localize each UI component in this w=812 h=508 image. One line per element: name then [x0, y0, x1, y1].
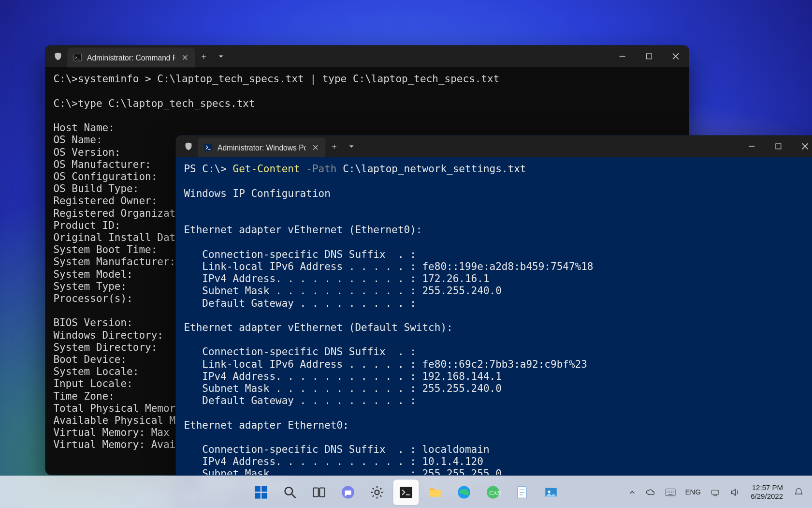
svg-rect-2: [646, 54, 652, 59]
svg-rect-10: [313, 488, 318, 496]
minimize-button[interactable]: [739, 135, 765, 158]
taskbar-app-notepad[interactable]: [509, 479, 535, 505]
taskbar[interactable]: CAN ENG 12:57 PM 6/29/2022: [0, 476, 812, 508]
svg-rect-5: [255, 486, 261, 492]
cmd-tab-close-button[interactable]: [180, 52, 190, 63]
taskbar-app-edge-dev[interactable]: CAN: [480, 479, 506, 505]
taskbar-pinned-apps: CAN: [248, 479, 564, 505]
tray-keyboard-icon[interactable]: [662, 479, 680, 505]
svg-point-20: [548, 490, 551, 493]
taskbar-app-explorer[interactable]: [422, 479, 448, 505]
taskbar-app-terminal[interactable]: [393, 479, 419, 505]
tray-time: 12:57 PM: [751, 483, 783, 492]
svg-text:CAN: CAN: [489, 490, 500, 496]
new-tab-button[interactable]: ＋: [325, 140, 343, 152]
start-button[interactable]: [248, 479, 274, 505]
cmd-icon: >_: [73, 53, 82, 62]
tray-clock[interactable]: 12:57 PM 6/29/2022: [746, 479, 788, 505]
cmd-tab[interactable]: >_ Administrator: Command Pro: [67, 47, 195, 67]
ps-tab-close-button[interactable]: [310, 142, 320, 153]
svg-rect-21: [666, 489, 676, 495]
close-button[interactable]: [662, 45, 689, 68]
tray-chevron-icon[interactable]: [625, 479, 640, 505]
taskbar-app-photos[interactable]: [538, 479, 564, 505]
minimize-button[interactable]: [609, 45, 636, 68]
svg-rect-14: [400, 486, 412, 497]
tray-language-label: ENG: [685, 488, 701, 496]
taskbar-app-edge[interactable]: [451, 479, 477, 505]
shield-icon: [52, 50, 64, 62]
ps-terminal-body[interactable]: PS C:\> Get-Content -Path C:\laptop_netw…: [176, 157, 812, 508]
titlebar-drag-area[interactable]: [230, 45, 609, 68]
ps-prompt: PS C:\>: [184, 163, 232, 175]
powershell-icon: [203, 143, 213, 152]
tray-notifications-icon[interactable]: [790, 479, 807, 505]
svg-rect-7: [255, 493, 261, 498]
ps-tab[interactable]: Administrator: Windows Powe: [198, 137, 325, 157]
ps-tab-title: Administrator: Windows Powe: [218, 141, 306, 153]
ps-param-token: -Path: [300, 163, 337, 175]
svg-rect-11: [319, 488, 324, 496]
powershell-window[interactable]: Administrator: Windows Powe ＋ PS C:\> Ge…: [176, 135, 812, 508]
new-tab-button[interactable]: ＋: [195, 50, 212, 62]
tray-onedrive-icon[interactable]: [642, 479, 660, 505]
titlebar-drag-area[interactable]: [360, 135, 738, 158]
taskbar-app-settings[interactable]: [364, 479, 390, 505]
svg-point-13: [375, 490, 379, 494]
tab-dropdown-button[interactable]: [343, 143, 360, 149]
svg-rect-4: [776, 144, 781, 149]
close-button[interactable]: [792, 135, 812, 158]
cmd-tab-title: Administrator: Command Pro: [87, 51, 175, 63]
task-view-button[interactable]: [306, 479, 332, 505]
search-button[interactable]: [277, 479, 303, 505]
tray-volume-icon[interactable]: [726, 479, 744, 505]
tray-network-icon[interactable]: [707, 479, 724, 505]
svg-rect-22: [712, 490, 719, 494]
svg-text:>_: >_: [75, 56, 80, 60]
maximize-button[interactable]: [636, 45, 662, 68]
shield-icon: [183, 140, 194, 152]
tray-date: 6/29/2022: [751, 492, 783, 501]
svg-rect-6: [261, 486, 267, 492]
maximize-button[interactable]: [765, 135, 792, 158]
system-tray[interactable]: ENG 12:57 PM 6/29/2022: [625, 476, 808, 508]
svg-point-9: [285, 487, 293, 495]
svg-rect-8: [261, 493, 267, 498]
tray-language[interactable]: ENG: [682, 479, 704, 505]
ps-titlebar[interactable]: Administrator: Windows Powe ＋: [176, 135, 812, 158]
ps-arg-token: C:\laptop_network_settings.txt: [337, 163, 526, 175]
cmd-titlebar[interactable]: >_ Administrator: Command Pro ＋: [45, 45, 689, 68]
ps-command-token: Get-Content: [233, 163, 300, 175]
taskbar-app-chat[interactable]: [335, 479, 361, 505]
tab-dropdown-button[interactable]: [212, 53, 230, 60]
